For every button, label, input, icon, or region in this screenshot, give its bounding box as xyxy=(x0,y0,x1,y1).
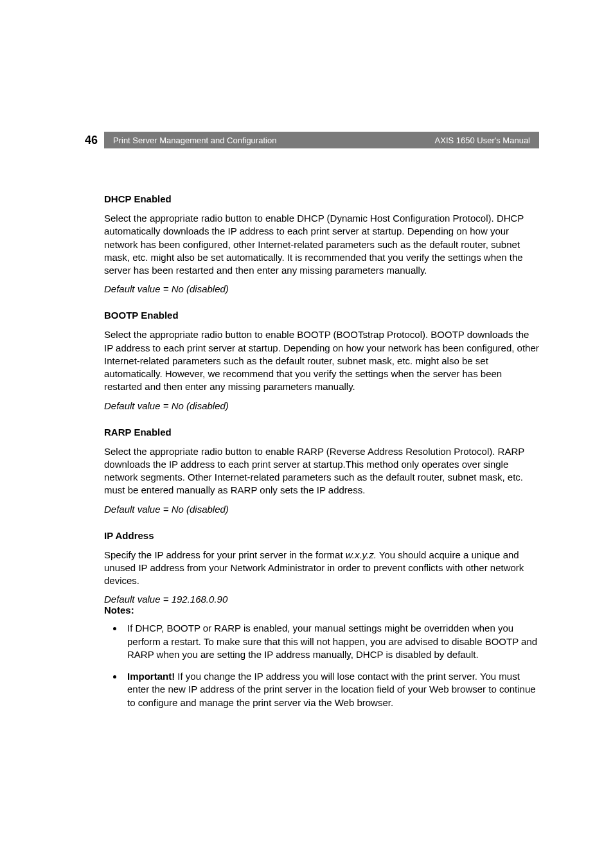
note-1-text: If DHCP, BOOTP or RARP is enabled, your … xyxy=(127,623,537,660)
heading-bootp: BOOTP Enabled xyxy=(104,310,539,321)
note-2-body: If you change the IP address you will lo… xyxy=(127,671,536,708)
content-area: DHCP Enabled Select the appropriate radi… xyxy=(104,148,539,709)
page-number-cell: 46 xyxy=(0,132,104,148)
body-ip: Specify the IP address for your print se… xyxy=(104,549,539,588)
page-number: 46 xyxy=(85,134,98,147)
note-2-important-label: Important! xyxy=(127,671,175,682)
default-bootp: Default value = No (disabled) xyxy=(104,400,539,411)
body-ip-pre: Specify the IP address for your print se… xyxy=(104,549,346,560)
header-bar: Print Server Management and Configuratio… xyxy=(104,132,539,148)
heading-ip: IP Address xyxy=(104,530,539,541)
body-rarp: Select the appropriate radio button to e… xyxy=(104,445,539,497)
header-manual-title: AXIS 1650 User's Manual xyxy=(435,136,530,145)
note-item-1: If DHCP, BOOTP or RARP is enabled, your … xyxy=(123,622,539,661)
body-dhcp: Select the appropriate radio button to e… xyxy=(104,212,539,277)
notes-list: If DHCP, BOOTP or RARP is enabled, your … xyxy=(104,622,539,709)
page-header-row: 46 Print Server Management and Configura… xyxy=(0,132,539,148)
default-rarp: Default value = No (disabled) xyxy=(104,504,539,515)
default-dhcp: Default value = No (disabled) xyxy=(104,283,539,294)
page-container: 46 Print Server Management and Configura… xyxy=(0,132,613,709)
heading-rarp: RARP Enabled xyxy=(104,427,539,438)
notes-label: Notes: xyxy=(104,605,539,616)
body-bootp: Select the appropriate radio button to e… xyxy=(104,328,539,393)
header-section-title: Print Server Management and Configuratio… xyxy=(113,136,276,145)
body-ip-format: w.x.y.z. xyxy=(346,549,377,560)
heading-dhcp: DHCP Enabled xyxy=(104,193,539,204)
default-ip: Default value = 192.168.0.90 xyxy=(104,594,539,605)
note-item-2: Important! If you change the IP address … xyxy=(123,670,539,709)
